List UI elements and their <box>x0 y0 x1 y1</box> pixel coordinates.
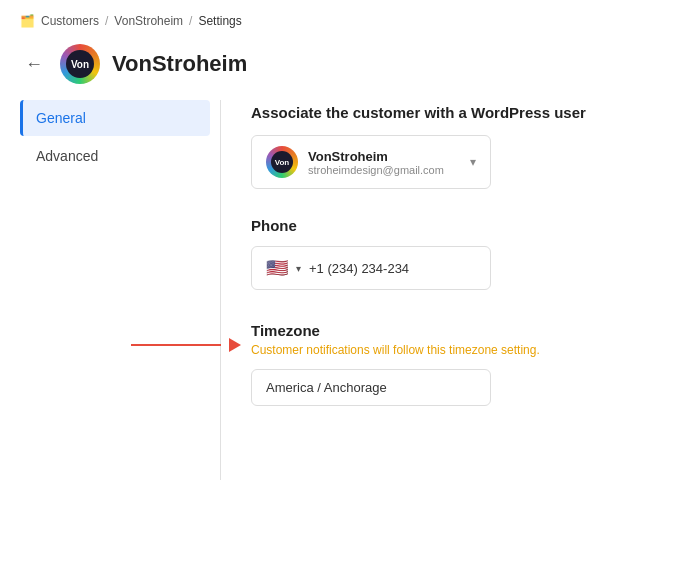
phone-label: Phone <box>251 217 671 234</box>
sidebar-divider <box>220 100 221 480</box>
phone-dropdown-arrow-icon: ▾ <box>296 263 301 274</box>
chevron-down-icon: ▾ <box>470 155 476 169</box>
page-header: ← Von VonStroheim <box>0 38 691 100</box>
user-info: VonStroheim stroheimdesign@gmail.com <box>308 149 444 176</box>
sidebar-item-advanced[interactable]: Advanced <box>20 138 210 174</box>
user-dropdown-left: Von VonStroheim stroheimdesign@gmail.com <box>266 146 444 178</box>
user-avatar-initials: Von <box>271 151 293 173</box>
breadcrumb-settings: Settings <box>198 14 241 28</box>
content-area: General Advanced Associate the customer … <box>0 100 691 480</box>
sidebar-item-general[interactable]: General <box>20 100 210 136</box>
user-email: stroheimdesign@gmail.com <box>308 164 444 176</box>
avatar: Von <box>60 44 100 84</box>
breadcrumb: 🗂️ Customers / VonStroheim / Settings <box>0 0 691 38</box>
phone-field[interactable]: 🇺🇸 ▾ +1 (234) 234-234 <box>251 246 491 290</box>
timezone-label: Timezone <box>251 322 671 339</box>
breadcrumb-icon: 🗂️ <box>20 14 35 28</box>
user-name: VonStroheim <box>308 149 444 164</box>
back-button[interactable]: ← <box>20 50 48 78</box>
user-dropdown[interactable]: Von VonStroheim stroheimdesign@gmail.com… <box>251 135 491 189</box>
page-title: VonStroheim <box>112 51 247 77</box>
timezone-hint: Customer notifications will follow this … <box>251 343 671 357</box>
timezone-dropdown[interactable]: America / Anchorage <box>251 369 491 406</box>
main-content: Associate the customer with a WordPress … <box>251 100 671 480</box>
sidebar: General Advanced <box>20 100 220 480</box>
breadcrumb-vonstroheim[interactable]: VonStroheim <box>114 14 183 28</box>
associate-section-title: Associate the customer with a WordPress … <box>251 104 671 121</box>
breadcrumb-sep-2: / <box>189 14 192 28</box>
arrow-head <box>229 338 241 352</box>
breadcrumb-sep-1: / <box>105 14 108 28</box>
breadcrumb-customers[interactable]: Customers <box>41 14 99 28</box>
timezone-value: America / Anchorage <box>266 380 387 395</box>
avatar-initials: Von <box>66 50 94 78</box>
phone-number: +1 (234) 234-234 <box>309 261 409 276</box>
us-flag-icon: 🇺🇸 <box>266 257 288 279</box>
timezone-section: Timezone Customer notifications will fol… <box>251 322 671 406</box>
user-avatar: Von <box>266 146 298 178</box>
